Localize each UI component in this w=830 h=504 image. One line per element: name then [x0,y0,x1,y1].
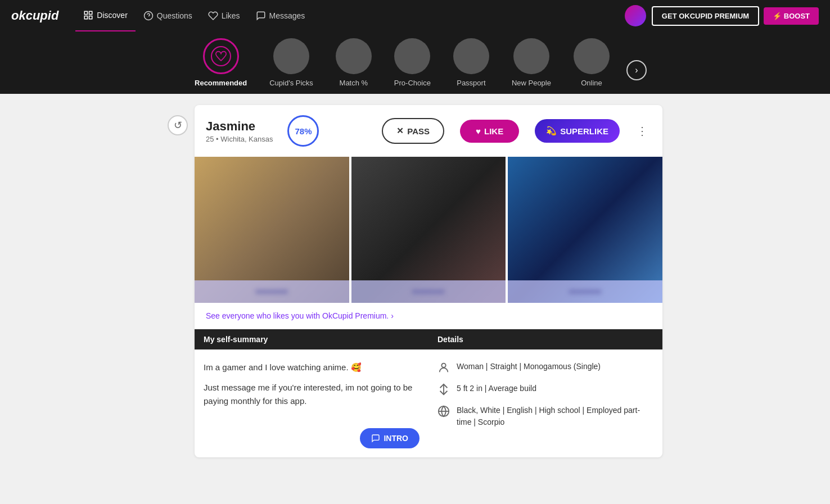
heart-icon [208,11,218,21]
discover-recommended[interactable]: Recommended [183,38,258,94]
brand-logo[interactable]: okcupid [11,8,58,23]
like-heart-icon: ♥ [476,126,481,136]
svg-rect-1 [89,11,92,14]
discover-online[interactable]: Online [562,38,621,94]
self-summary-body: Im a gamer and I love watching anime. 🥰 … [195,349,428,428]
nav-questions[interactable]: Questions [136,0,200,31]
recommended-icon [211,46,231,66]
orientation-text: Woman | Straight | Monogamous (Single) [457,361,601,373]
discover-new-people[interactable]: New People [500,38,562,94]
like-button[interactable]: ♥ LIKE [460,120,519,143]
new-people-label: New People [512,79,551,87]
details-section: Details Woman | Straight | Monogamous (S… [428,329,662,457]
boost-button[interactable]: ⚡ BOOST [764,7,819,25]
passport-label: Passport [457,79,485,87]
premium-link[interactable]: See everyone who likes you with OkCupid … [206,311,394,320]
match-img [336,38,372,74]
new-people-img [513,38,549,74]
discover-match[interactable]: Match % [324,38,383,94]
premium-banner: See everyone who likes you with OkCupid … [195,303,662,329]
discover-icon [83,10,93,20]
details-header: Details [428,329,662,349]
self-summary-text-2: Just message me if you're interested, im… [204,381,419,408]
discover-pro-choice[interactable]: Pro-Choice [383,38,442,94]
height-icon [437,383,450,396]
profile-info: Jasmine 25 • Wichita, Kansas [206,119,273,143]
chat-icon [371,434,380,443]
profile-photo-3[interactable]: ■■■■■■■ [508,157,662,303]
nav-likes[interactable]: Likes [200,0,248,31]
discover-passport[interactable]: Passport [442,38,500,94]
orientation-icon [437,361,450,374]
discover-cupids-picks[interactable]: Cupid's Picks [258,38,324,94]
profile-photo-1[interactable]: ■■■■■■■ [195,157,349,303]
navbar: okcupid Discover Questions Likes Message… [0,0,830,31]
detail-height-row: 5 ft 2 in | Average build [437,383,653,396]
self-summary-section: My self-summary Im a gamer and I love wa… [195,329,428,457]
svg-rect-2 [89,16,92,19]
detail-ethnicity-row: Black, White | English | High school | E… [437,405,653,428]
questions-icon [143,11,154,21]
recommended-img [203,38,239,74]
profile-photos: ■■■■■■■ ■■■■■■■ ■■■■■■■ [195,157,662,303]
height-text: 5 ft 2 in | Average build [457,383,536,394]
discover-bar: Recommended Cupid's Picks Match % Pro-Ch… [0,31,830,94]
svg-point-6 [441,364,445,367]
match-percentage-circle: 78% [287,115,319,147]
detail-orientation-row: Woman | Straight | Monogamous (Single) [437,361,653,374]
premium-button[interactable]: GET OKCUPID PREMIUM [652,6,759,26]
superlike-button[interactable]: 💫 SUPERLIKE [535,119,620,143]
discover-next-button[interactable]: › [626,60,647,80]
cupids-picks-label: Cupid's Picks [269,79,313,87]
pro-choice-img [394,38,430,74]
profile-card: Jasmine 25 • Wichita, Kansas 78% ✕ PASS [195,105,662,457]
profile-age-location: 25 • Wichita, Kansas [206,135,273,143]
ethnicity-text: Black, White | English | High school | E… [457,405,653,428]
online-img [574,38,610,74]
svg-rect-3 [85,16,88,19]
undo-button[interactable]: ↺ [168,115,188,135]
intro-button[interactable]: INTRO [360,428,419,448]
profile-name: Jasmine [206,119,273,134]
more-options-button[interactable]: ⋮ [633,122,651,140]
online-label: Online [581,79,602,87]
self-summary-header: My self-summary [195,329,428,349]
pass-x-icon: ✕ [396,126,404,136]
cupids-picks-img [273,38,309,74]
nav-discover[interactable]: Discover [75,0,135,31]
passport-img [453,38,489,74]
details-body: Woman | Straight | Monogamous (Single) 5… [428,349,662,448]
pro-choice-label: Pro-Choice [394,79,431,87]
match-label: Match % [340,79,368,87]
profile-photo-2[interactable]: ■■■■■■■ [351,157,506,303]
self-summary-text-1: Im a gamer and I love watching anime. 🥰 [204,361,419,374]
svg-rect-0 [85,11,88,14]
recommended-label: Recommended [195,79,247,87]
intro-section: INTRO [195,428,428,457]
pass-button[interactable]: ✕ PASS [382,118,444,144]
nav-messages[interactable]: Messages [248,0,313,31]
globe-icon [437,405,450,417]
main-content: ↺ Jasmine 25 • Wichita, Kansas 78% [0,94,830,469]
profile-header: Jasmine 25 • Wichita, Kansas 78% ✕ PASS [195,105,662,157]
user-avatar[interactable] [625,5,646,26]
profile-sections: My self-summary Im a gamer and I love wa… [195,329,662,457]
superlike-icon: 💫 [546,126,557,136]
messages-icon [256,11,266,21]
